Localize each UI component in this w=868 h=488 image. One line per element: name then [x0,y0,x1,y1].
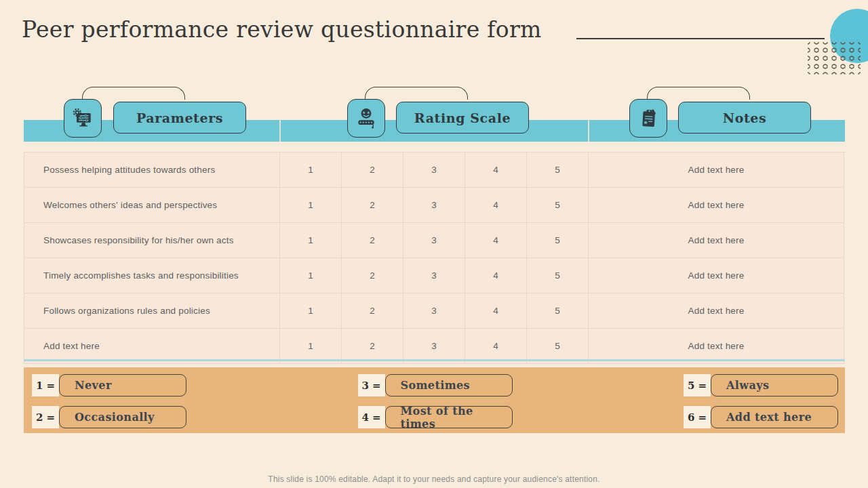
header-notes[interactable]: Notes [678,102,811,134]
legend-key: 1 = [32,374,59,396]
questionnaire-table: Possess helping attitudes towards others… [24,152,846,364]
rating-cell[interactable]: 2 [342,223,403,258]
legend-value-box[interactable]: Never [59,374,186,396]
parameter-cell[interactable]: Showcases responsibility for his/her own… [24,223,280,258]
rating-cell[interactable]: 4 [465,223,527,258]
rating-cell[interactable]: 4 [465,293,527,329]
rating-cell[interactable]: 3 [403,223,465,258]
rating-cell[interactable]: 1 [280,152,342,188]
table-underline [24,359,845,361]
clipboard-star-icon [636,106,660,131]
note-cell[interactable]: Add text here [589,223,844,258]
rating-cell[interactable]: 3 [403,293,465,329]
rating-cell[interactable]: 5 [527,223,589,258]
legend-item: 6 = Add text here [684,406,838,428]
title-rule [576,38,825,39]
footer-note: This slide is 100% editable. Adapt it to… [0,474,868,484]
rating-cell[interactable]: 1 [280,258,342,293]
star-face-rating-icon [354,106,378,131]
parameter-cell[interactable]: Follows organizations rules and policies [24,293,280,329]
rating-cell[interactable]: 5 [527,258,589,293]
connector-arc [647,87,750,100]
rating-cell[interactable]: 3 [403,152,465,188]
note-cell[interactable]: Add text here [589,188,844,223]
notes-icon-box [629,99,667,138]
rating-cell[interactable]: 1 [280,293,342,329]
legend-column: 3 = Sometimes 4 = Most of the times [358,374,513,433]
table-row: Possess helping attitudes towards others… [24,152,846,188]
header-rating-scale[interactable]: Rating Scale [396,102,529,134]
legend-item: 1 = Never [32,374,186,396]
monitor-settings-icon [71,106,95,131]
decorative-dots-grid [808,42,861,75]
parameter-cell[interactable]: Possess helping attitudes towards others [24,152,280,188]
note-cell[interactable]: Add text here [589,152,844,188]
note-cell[interactable]: Add text here [589,293,844,329]
rating-cell[interactable]: 2 [342,152,403,188]
legend-key: 6 = [684,406,711,428]
rating-cell[interactable]: 2 [342,258,403,293]
legend-value-box[interactable]: Always [711,374,838,396]
legend-value-box[interactable]: Occasionally [59,406,186,428]
legend-value-box[interactable]: Sometimes [385,374,513,396]
legend-value-box[interactable]: Add text here [711,406,838,428]
rating-cell[interactable]: 2 [342,188,403,223]
legend-key: 2 = [32,406,59,428]
note-cell[interactable]: Add text here [589,258,844,293]
legend-key: 3 = [358,374,385,396]
legend-key: 4 = [358,406,385,428]
rating-icon-box [347,99,385,138]
table-row: Follows organizations rules and policies… [24,293,846,329]
rating-cell[interactable]: 5 [527,188,589,223]
connector-arc [82,87,185,100]
rating-legend: 1 = Never 2 = Occasionally 3 = Sometimes… [24,367,845,433]
header-parameters[interactable]: Parameters [113,102,246,134]
legend-column: 1 = Never 2 = Occasionally [32,374,186,433]
band-divider [588,120,589,142]
rating-cell[interactable]: 5 [527,293,589,329]
legend-item: 2 = Occasionally [32,406,186,428]
parameter-cell[interactable]: Timely accomplishes tasks and responsibi… [24,258,280,293]
rating-cell[interactable]: 3 [403,188,465,223]
rating-cell[interactable]: 4 [465,152,527,188]
page-title: Peer performance review questionnaire fo… [22,16,564,43]
band-divider [279,120,281,142]
legend-item: 5 = Always [684,374,838,396]
rating-cell[interactable]: 1 [280,188,342,223]
rating-cell[interactable]: 3 [403,258,465,293]
parameter-cell[interactable]: Welcomes others' ideas and perspectives [24,188,280,223]
rating-cell[interactable]: 2 [342,293,403,329]
rating-cell[interactable]: 4 [465,188,527,223]
connector-arc [365,87,468,100]
table-row: Timely accomplishes tasks and responsibi… [24,258,846,293]
legend-value-box[interactable]: Most of the times [385,406,513,428]
rating-cell[interactable]: 5 [527,152,589,188]
parameters-icon-box [64,99,102,138]
rating-cell[interactable]: 1 [280,223,342,258]
legend-item: 3 = Sometimes [358,374,513,396]
slide: Peer performance review questionnaire fo… [0,0,868,488]
table-row: Welcomes others' ideas and perspectives … [24,188,846,223]
legend-item: 4 = Most of the times [358,406,513,428]
table-row: Showcases responsibility for his/her own… [24,223,846,258]
legend-column: 5 = Always 6 = Add text here [684,374,838,433]
legend-key: 5 = [684,374,711,396]
rating-cell[interactable]: 4 [465,258,527,293]
